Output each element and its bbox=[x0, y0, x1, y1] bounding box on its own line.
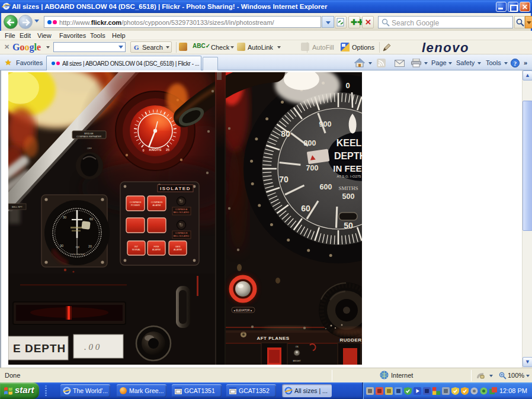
svg-text:BELL ISOLATED: BELL ISOLATED bbox=[174, 211, 190, 214]
svg-text:● ELEVATOR ●: ● ELEVATOR ● bbox=[233, 309, 252, 312]
svg-text:KNOTS: KNOTS bbox=[149, 148, 162, 152]
svg-text:?: ? bbox=[514, 60, 517, 67]
svg-text:AT S.G. I-O275: AT S.G. I-O275 bbox=[337, 175, 361, 178]
svg-text:60: 60 bbox=[89, 217, 93, 221]
svg-text:KEEL: KEEL bbox=[336, 138, 362, 148]
svg-text:COMPASS B: COMPASS B bbox=[175, 232, 188, 234]
svg-text:20: 20 bbox=[88, 244, 92, 248]
svg-text:COMPASS REPEATER: COMPASS REPEATER bbox=[76, 135, 101, 138]
svg-text:BELL ISOLATED: BELL ISOLATED bbox=[174, 235, 190, 237]
svg-text:600: 600 bbox=[320, 183, 332, 191]
svg-text:. 0 0: . 0 0 bbox=[84, 342, 100, 352]
svg-text:POWER: POWER bbox=[131, 204, 140, 207]
svg-text:30: 30 bbox=[60, 244, 63, 247]
svg-text:rpt: rpt bbox=[76, 245, 79, 249]
svg-text:500: 500 bbox=[342, 192, 355, 201]
svg-text:IN FEET: IN FEET bbox=[333, 163, 362, 173]
svg-text:ON: ON bbox=[295, 346, 299, 348]
svg-text:SMITHS: SMITHS bbox=[338, 185, 358, 191]
svg-text:AFT PLANES: AFT PLANES bbox=[257, 336, 289, 341]
svg-text:30: 30 bbox=[63, 215, 66, 219]
svg-text:OFF: OFF bbox=[87, 147, 92, 150]
svg-text:70: 70 bbox=[279, 175, 289, 184]
svg-text:25: 25 bbox=[166, 148, 169, 152]
svg-text:RUDDER: RUDDER bbox=[339, 337, 361, 343]
svg-text:700: 700 bbox=[306, 164, 319, 172]
svg-text:E DEPTH: E DEPTH bbox=[13, 342, 66, 355]
svg-text:0: 0 bbox=[345, 81, 350, 90]
svg-text:DEPTH: DEPTH bbox=[334, 151, 362, 161]
svg-text:SIGNAL: SIGNAL bbox=[132, 248, 141, 251]
svg-text:ALARM: ALARM bbox=[174, 248, 182, 251]
svg-text:60: 60 bbox=[301, 204, 310, 213]
svg-text:900: 900 bbox=[319, 120, 332, 128]
svg-text:ALARM: ALARM bbox=[153, 204, 161, 207]
svg-text:ISOLATED: ISOLATED bbox=[160, 186, 191, 191]
svg-text:COMPASS A: COMPASS A bbox=[175, 208, 188, 211]
svg-text:BELL RPT: BELL RPT bbox=[12, 206, 23, 208]
svg-text:BRIGHT: BRIGHT bbox=[293, 360, 301, 362]
svg-text:GYRO REPEAT: GYRO REPEAT bbox=[70, 253, 85, 256]
svg-text:800: 800 bbox=[304, 139, 316, 147]
svg-text:0: 0 bbox=[142, 149, 144, 152]
svg-text:ALARM: ALARM bbox=[152, 248, 161, 251]
